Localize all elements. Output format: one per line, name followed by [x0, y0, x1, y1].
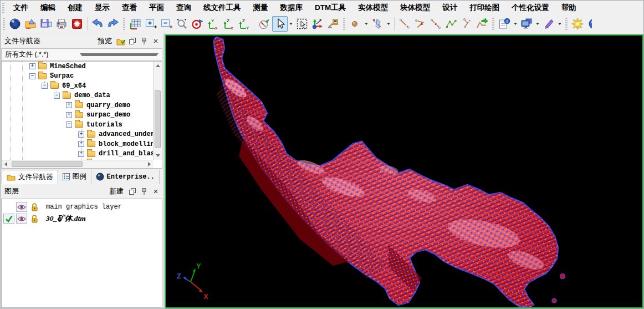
- tree-item-drill-and-blast[interactable]: drill_and_blast: [2, 149, 162, 159]
- displays-dropdown-icon[interactable]: [536, 23, 539, 25]
- scroll-up-icon[interactable]: [154, 62, 162, 69]
- scroll-right-icon[interactable]: [145, 160, 153, 168]
- tree-item-block-modelling[interactable]: block_modelling: [2, 139, 162, 149]
- tab-enterprise[interactable]: Enterprise..: [91, 170, 160, 184]
- section-plane-dropdown-icon[interactable]: [387, 23, 390, 25]
- dtm-model[interactable]: [214, 37, 565, 307]
- preview-folder-icon[interactable]: [116, 36, 126, 46]
- close-panel-icon[interactable]: ×: [151, 36, 161, 46]
- scrollbar-thumb[interactable]: [12, 161, 83, 167]
- render-sphere-icon[interactable]: [585, 16, 592, 32]
- axes-zx-icon[interactable]: Zx: [221, 16, 236, 32]
- menu-design[interactable]: 设计: [436, 1, 463, 15]
- string-append-icon[interactable]: +1: [474, 16, 490, 32]
- menu-customise[interactable]: 个性化设置: [505, 1, 555, 15]
- tree-item-69-x64[interactable]: 69_x64: [2, 81, 162, 91]
- string-split-icon[interactable]: [459, 16, 474, 32]
- reset-graphics-icon[interactable]: [69, 16, 85, 32]
- visibility-eye-icon[interactable]: [16, 214, 27, 224]
- tree-item-demo-data[interactable]: demo_data: [2, 91, 162, 101]
- string-polygon-icon[interactable]: [412, 16, 428, 32]
- collapse-minus-icon[interactable]: [42, 83, 48, 89]
- lock-icon[interactable]: [29, 214, 40, 224]
- scrollbar-thumb[interactable]: [155, 90, 161, 148]
- menu-block-model[interactable]: 块体模型: [394, 1, 436, 15]
- float-panel-icon[interactable]: [127, 36, 137, 46]
- point-tool-dropdown-icon[interactable]: [365, 23, 368, 25]
- tree-item-surpac[interactable]: Surpac: [2, 72, 162, 82]
- axes-xy-icon[interactable]: Yx: [205, 16, 221, 32]
- menu-database[interactable]: 数据库: [274, 1, 309, 15]
- tree-item-minesched[interactable]: MineSched: [2, 62, 162, 72]
- print-icon[interactable]: [54, 16, 69, 32]
- tree-vertical-scrollbar[interactable]: [153, 62, 162, 160]
- toolbar-grip[interactable]: [123, 18, 125, 30]
- scroll-left-icon[interactable]: [2, 160, 9, 168]
- menubar-grip[interactable]: [2, 3, 4, 13]
- edit-pencil-icon[interactable]: [541, 16, 556, 32]
- active-layer-checkbox[interactable]: [3, 202, 14, 212]
- menu-edit[interactable]: 编辑: [34, 1, 62, 15]
- toolbar-grip[interactable]: [492, 18, 494, 30]
- select-cursor-button[interactable]: [272, 16, 288, 32]
- float-panel-icon[interactable]: [127, 186, 137, 196]
- select-cursor-dropdown-icon[interactable]: [289, 23, 293, 25]
- preview-label[interactable]: 预览: [98, 36, 112, 46]
- visibility-eye-icon[interactable]: [16, 202, 27, 212]
- pin-panel-icon[interactable]: [139, 186, 149, 196]
- corner-view-icon[interactable]: [325, 16, 341, 32]
- compass-rotate-icon[interactable]: [257, 16, 272, 32]
- point-tool-icon[interactable]: [347, 16, 363, 32]
- move-3d-icon[interactable]: [310, 16, 325, 32]
- expand-plus-icon[interactable]: [66, 112, 72, 118]
- collapse-minus-icon[interactable]: [29, 73, 35, 79]
- file-filter-combobox[interactable]: 所有文件 (.*.*): [1, 48, 162, 61]
- string-segment-icon[interactable]: [397, 16, 412, 32]
- menu-dtm-tools[interactable]: DTM工具: [309, 1, 352, 15]
- redo-icon[interactable]: [105, 16, 121, 32]
- menu-help[interactable]: 帮助: [555, 1, 582, 15]
- save-icon[interactable]: [38, 16, 54, 32]
- collapse-minus-icon[interactable]: [54, 93, 60, 99]
- tab-file-navigator[interactable]: 文件导航器: [2, 170, 58, 184]
- scroll-down-icon[interactable]: [154, 152, 162, 160]
- properties-icon[interactable]: i: [497, 16, 512, 32]
- expand-plus-icon[interactable]: [78, 151, 84, 157]
- string-points-icon[interactable]: [443, 16, 459, 32]
- lighting-icon[interactable]: [570, 16, 585, 32]
- tree-item-surpac-demo[interactable]: surpac_demo: [2, 110, 162, 120]
- expand-plus-icon[interactable]: [29, 63, 35, 69]
- box-select-icon[interactable]: [294, 16, 310, 32]
- displays-icon[interactable]: [519, 16, 534, 32]
- menu-display[interactable]: 显示: [89, 1, 116, 15]
- properties-dropdown-icon[interactable]: [514, 23, 517, 25]
- active-layer-check-icon[interactable]: [3, 214, 14, 224]
- expand-plus-icon[interactable]: [78, 141, 84, 147]
- open-graphics-icon[interactable]: [7, 16, 23, 32]
- graphics-viewport[interactable]: Y X Z: [165, 34, 643, 308]
- collapse-minus-icon[interactable]: [66, 121, 72, 128]
- tree-horizontal-scrollbar[interactable]: [2, 160, 153, 168]
- string-break-icon[interactable]: [428, 16, 443, 32]
- toolbar-grip[interactable]: [565, 18, 568, 30]
- open-file-icon[interactable]: [23, 16, 38, 32]
- menu-inquire[interactable]: 查询: [170, 1, 197, 15]
- tree-item-quarry-demo[interactable]: quarry_demo: [2, 100, 162, 110]
- lock-icon[interactable]: [29, 202, 40, 212]
- axes-zy-icon[interactable]: ZY: [236, 16, 252, 32]
- expand-plus-icon[interactable]: [78, 131, 84, 138]
- new-layer-button[interactable]: 新建: [109, 186, 124, 196]
- menu-view[interactable]: 查看: [116, 1, 143, 15]
- menu-solids[interactable]: 实体模型: [352, 1, 394, 15]
- zoom-in-icon[interactable]: [143, 16, 159, 32]
- tab-legend[interactable]: 图例: [58, 170, 91, 184]
- menu-survey[interactable]: 测量: [247, 1, 274, 15]
- menu-file-tools[interactable]: 线文件工具: [197, 1, 247, 15]
- viewport-3d-canvas[interactable]: Y X Z: [166, 36, 642, 307]
- layer-row-main-graphics[interactable]: main graphics layer: [2, 201, 162, 213]
- expand-plus-icon[interactable]: [66, 102, 72, 108]
- menu-file[interactable]: 文件: [7, 1, 34, 15]
- menu-create[interactable]: 创建: [62, 1, 89, 15]
- zoom-window-icon[interactable]: [174, 16, 190, 32]
- rotate-view-icon[interactable]: [190, 16, 205, 32]
